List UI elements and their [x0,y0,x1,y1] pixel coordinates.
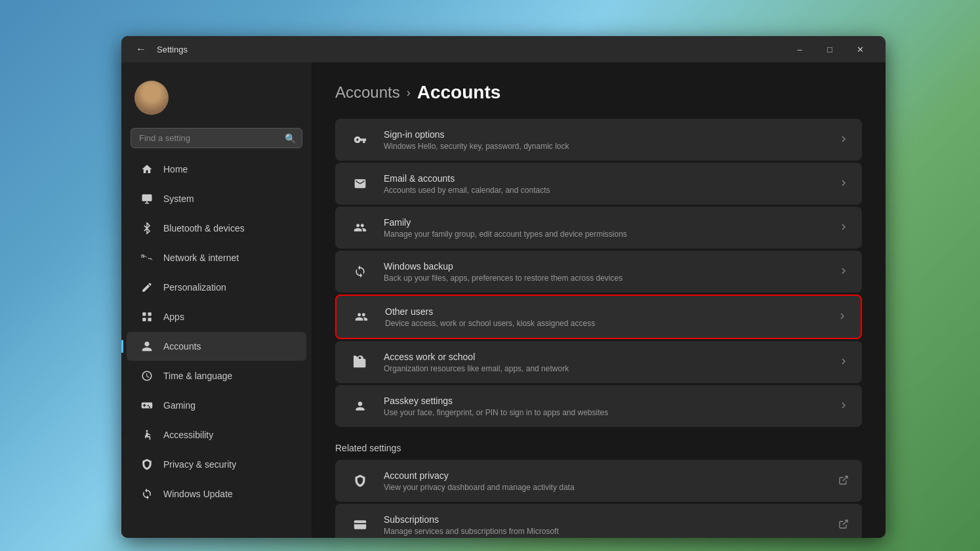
windows-update-icon [140,487,154,501]
minimize-button[interactable]: – [785,36,815,62]
subscriptions-icon [348,513,372,537]
sidebar-item-label-personalization: Personalization [163,282,226,293]
account-privacy-external-icon [838,475,849,487]
home-icon [140,162,154,176]
personalization-icon [140,280,154,295]
access-work-school-title: Access work or school [384,352,827,362]
sign-in-options-icon [348,128,372,152]
sidebar-item-label-home: Home [163,164,188,174]
sidebar-item-accounts[interactable]: Accounts [127,332,306,361]
windows-backup-chevron-icon [838,266,849,278]
sidebar-item-label-privacy: Privacy & security [163,459,236,470]
main-content: Accounts › Accounts Sign-in optionsWindo… [312,62,886,538]
access-work-school-chevron-icon [838,356,849,369]
other-users-title: Other users [385,306,825,317]
account-privacy-icon [348,469,372,493]
apps-icon [140,310,154,324]
accessibility-icon [140,428,154,442]
network-icon [140,251,154,265]
other-users-text: Other usersDevice access, work or school… [385,306,825,328]
account-privacy-desc: View your privacy dashboard and manage a… [384,483,827,492]
sidebar-item-label-apps: Apps [163,312,184,322]
access-work-school-desc: Organization resources like email, apps,… [384,364,827,373]
settings-item-passkey-settings[interactable]: Passkey settingsUse your face, fingerpri… [335,385,862,427]
settings-list: Sign-in optionsWindows Hello, security k… [335,119,862,427]
windows-backup-text: Windows backupBack up your files, apps, … [384,261,827,283]
account-privacy-title: Account privacy [384,470,827,481]
settings-item-family[interactable]: FamilyManage your family group, edit acc… [335,207,862,249]
email-accounts-text: Email & accountsAccounts used by email, … [384,173,827,195]
passkey-settings-chevron-icon [838,400,849,413]
title-bar-left: ← Settings [132,40,785,58]
sidebar-item-apps[interactable]: Apps [127,302,306,331]
sign-in-options-chevron-icon [838,134,849,146]
passkey-settings-text: Passkey settingsUse your face, fingerpri… [384,396,827,417]
user-profile [121,70,312,128]
time-icon [140,369,154,383]
settings-item-access-work-school[interactable]: Access work or schoolOrganization resour… [335,341,862,383]
sidebar-nav: HomeSystemBluetooth & devicesNetwork & i… [121,155,312,508]
svg-rect-4 [148,312,152,316]
search-input[interactable] [131,128,302,148]
sidebar-item-home[interactable]: Home [127,155,306,184]
avatar [134,81,169,115]
access-work-school-text: Access work or schoolOrganization resour… [384,352,827,373]
svg-rect-6 [148,318,152,321]
close-button[interactable]: ✕ [845,36,875,62]
system-icon [140,192,154,206]
related-item-account-privacy[interactable]: Account privacyView your privacy dashboa… [335,460,862,502]
search-icon: 🔍 [285,133,296,144]
sidebar: 🔍 HomeSystemBluetooth & devicesNetwork &… [121,62,312,538]
subscriptions-title: Subscriptions [384,514,827,525]
svg-rect-5 [142,318,146,321]
window-body: 🔍 HomeSystemBluetooth & devicesNetwork &… [121,62,886,538]
family-desc: Manage your family group, edit account t… [384,230,827,239]
settings-item-windows-backup[interactable]: Windows backupBack up your files, apps, … [335,251,862,293]
gaming-icon [140,398,154,413]
family-text: FamilyManage your family group, edit acc… [384,217,827,239]
access-work-school-icon [348,350,372,374]
sidebar-item-system[interactable]: System [127,184,306,213]
window-title: Settings [157,45,188,54]
settings-item-sign-in-options[interactable]: Sign-in optionsWindows Hello, security k… [335,119,862,161]
passkey-settings-desc: Use your face, fingerprint, or PIN to si… [384,408,827,417]
windows-backup-icon [348,260,372,283]
settings-item-other-users[interactable]: Other usersDevice access, work or school… [335,295,862,339]
sidebar-item-windows-update[interactable]: Windows Update [127,480,306,508]
sign-in-options-text: Sign-in optionsWindows Hello, security k… [384,129,827,151]
sidebar-item-time[interactable]: Time & language [127,361,306,390]
svg-rect-0 [142,194,152,201]
other-users-icon [350,305,373,329]
other-users-chevron-icon [837,311,847,323]
sidebar-item-bluetooth[interactable]: Bluetooth & devices [127,214,306,243]
sign-in-options-title: Sign-in options [384,129,827,140]
sidebar-item-privacy[interactable]: Privacy & security [127,450,306,479]
subscriptions-text: SubscriptionsManage services and subscri… [384,514,827,536]
other-users-desc: Device access, work or school users, kio… [385,319,825,328]
sidebar-item-label-bluetooth: Bluetooth & devices [163,223,245,234]
avatar-face [134,81,169,115]
sidebar-item-label-system: System [163,194,194,204]
breadcrumb-parent: Accounts [335,83,400,102]
related-settings-title: Related settings [335,443,862,453]
accounts-icon [140,339,154,354]
window-controls: – □ ✕ [785,36,875,62]
family-icon [348,216,372,239]
subscriptions-desc: Manage services and subscriptions from M… [384,527,827,536]
sidebar-item-accessibility[interactable]: Accessibility [127,420,306,449]
search-box: 🔍 [131,128,302,148]
sidebar-item-label-windows-update: Windows Update [163,489,233,499]
back-button[interactable]: ← [132,40,150,58]
sidebar-item-personalization[interactable]: Personalization [127,273,306,302]
sidebar-item-network[interactable]: Network & internet [127,243,306,272]
passkey-settings-title: Passkey settings [384,396,827,406]
settings-item-email-accounts[interactable]: Email & accountsAccounts used by email, … [335,163,862,205]
related-item-subscriptions[interactable]: SubscriptionsManage services and subscri… [335,504,862,538]
subscriptions-external-icon [838,519,849,531]
breadcrumb-current: Accounts [417,82,501,103]
bluetooth-icon [140,221,154,235]
maximize-button[interactable]: □ [815,36,845,62]
sidebar-item-gaming[interactable]: Gaming [127,391,306,420]
svg-line-11 [843,520,847,525]
breadcrumb: Accounts › Accounts [335,82,862,103]
